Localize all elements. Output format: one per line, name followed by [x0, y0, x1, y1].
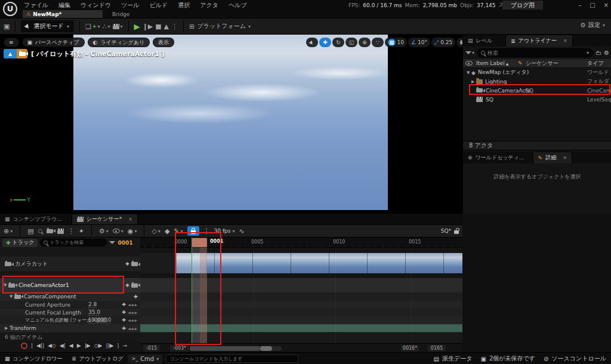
perspective-dropdown[interactable]: ▣パースペクティブ [22, 38, 85, 47]
step-forward-button[interactable]: |▶ [85, 343, 91, 348]
key-nav-icons[interactable]: ◀◆▶ [128, 318, 138, 322]
view-options-dropdown[interactable]: ▾ [113, 229, 124, 234]
save-sequence-dropdown[interactable]: ⊕▾ [4, 227, 13, 235]
col-type-label[interactable]: タイプ [587, 60, 604, 67]
close-button[interactable]: × [604, 2, 609, 8]
range-view-start[interactable]: -015 [143, 345, 160, 351]
close-icon[interactable]: × [563, 38, 567, 44]
menu-help[interactable]: ヘルプ [229, 1, 247, 10]
property-value[interactable]: 100000.0 [88, 317, 111, 323]
maximize-button[interactable]: □ [590, 2, 595, 8]
play-button[interactable]: ▶ [134, 22, 140, 31]
curve-editor-icon[interactable]: ∿ [239, 227, 244, 235]
sequence-breadcrumb[interactable]: SQ* [441, 228, 459, 234]
content-drawer-button[interactable]: ▦コンテンツドロワー [0, 353, 67, 364]
range-playback-start[interactable]: -003* [170, 345, 189, 351]
console-input[interactable] [169, 356, 295, 362]
create-camera-icon[interactable]: ▤ [27, 227, 33, 235]
expand-caret-icon[interactable]: ▼ [467, 70, 471, 75]
camera-icon[interactable] [131, 262, 138, 266]
add-actor-dropdown[interactable]: ❑+▾ [85, 23, 100, 30]
cinematics-dropdown[interactable]: ▾ [113, 24, 123, 29]
auto-key-icon[interactable]: ◆ [165, 227, 169, 235]
property-value[interactable]: 35.0 [88, 309, 100, 316]
track-camera-cuts[interactable]: カメラカット ✚ [0, 257, 140, 272]
blueprint-dropdown[interactable]: ∴▾ [102, 23, 110, 30]
platform-dropdown[interactable]: ⊞プラットフォーム▾ [189, 22, 251, 30]
select-tool-button[interactable] [306, 38, 318, 47]
menu-select[interactable]: 選択 [178, 1, 190, 10]
play-forward-button[interactable]: ▶ [77, 343, 81, 348]
menu-actor[interactable]: アクタ [200, 1, 218, 10]
output-log-button[interactable]: ≣アウトプットログ [67, 353, 128, 364]
add-track-button[interactable]: ✚トラック [2, 239, 38, 247]
console-input-box[interactable] [166, 354, 298, 363]
outliner-search-box[interactable]: ▾ [477, 48, 593, 57]
add-key-icon[interactable]: ✚ [122, 326, 126, 331]
tab-details[interactable]: ✎詳細× [533, 152, 572, 164]
scale-snap-toggle[interactable]: ⤢0.25 [431, 38, 455, 47]
add-key-icon[interactable]: ✚ [122, 310, 126, 315]
expand-caret-icon[interactable]: ▼ [10, 294, 14, 299]
range-playback-end[interactable]: 0016* [401, 345, 419, 351]
stop-button[interactable]: ■ [155, 23, 161, 30]
source-control-button[interactable]: ⊘ソースコントロール [544, 354, 606, 363]
current-frame-field[interactable]: 0001 [118, 240, 132, 246]
play-options-icon[interactable]: ⋮ [171, 23, 178, 30]
track-filter-icon[interactable] [109, 241, 115, 244]
track-search-input[interactable] [50, 240, 103, 245]
step-back-button[interactable]: ◀| [60, 343, 66, 348]
loop-mode-button[interactable]: → [123, 343, 128, 348]
key-nav-icons[interactable]: ◀◆▶ [128, 326, 138, 331]
previous-frame-button[interactable]: ◀|| [36, 343, 44, 348]
track-cameracomponent[interactable]: ▼ CameraComponent ✚ [0, 292, 140, 301]
next-frame-button[interactable]: ||▶ [106, 343, 113, 348]
jump-to-start-button[interactable]: | [31, 343, 33, 348]
save-icon[interactable]: ▣ [4, 23, 10, 30]
cmd-dropdown[interactable]: >_Cmd▾ [128, 354, 162, 363]
viewport[interactable]: ≡ ▣パースペクティブ ◐ライティングあり 表示 ▲ [ パイロット有効 - C… [0, 35, 462, 214]
derived-data-button[interactable]: ▤派生データ [434, 354, 473, 363]
scrollbar-handle[interactable] [260, 346, 272, 351]
tab-content-browser[interactable]: ▦コンテンツブラウ... [0, 214, 67, 224]
new-folder-icon[interactable]: 🗀 [595, 50, 601, 56]
scrollbar-thumb[interactable] [190, 346, 260, 351]
viewport-menu-button[interactable]: ≡ [4, 38, 19, 47]
close-icon[interactable]: × [128, 217, 132, 222]
grid-snap-toggle[interactable]: ▦10 [385, 38, 407, 47]
filter-dropdown[interactable]: ▾ [465, 50, 474, 55]
property-value[interactable]: 2.8 [88, 301, 97, 308]
jump-to-end-button[interactable]: | [117, 343, 119, 348]
render-movie-icon[interactable] [57, 229, 64, 234]
close-icon[interactable]: × [563, 155, 567, 161]
expand-caret-icon[interactable]: ▶ [5, 326, 10, 331]
options-dots-icon[interactable]: ⋮ [68, 227, 75, 235]
add-key-icon[interactable]: ✚ [122, 302, 126, 307]
surface-snap-button[interactable]: ∵ [372, 38, 384, 47]
view-mode-dropdown[interactable]: ◐ライティングあり [88, 38, 150, 47]
menu-window[interactable]: ウィンドウ [81, 1, 111, 10]
settings-dropdown[interactable]: ⚙ 設定 ▾ [580, 21, 605, 29]
show-dropdown[interactable]: 表示 [153, 38, 174, 47]
outliner-row-newmap[interactable]: ▼ ◆ NewMap (エディタ) ワールド [463, 68, 611, 77]
track-current-aperture[interactable]: Current Aperture 2.8 ✚◀◆▶ [0, 301, 140, 309]
actions-dropdown[interactable]: ⚙▾ [99, 227, 109, 235]
keyframe-options-dropdown[interactable]: ◇▾ [152, 227, 160, 235]
tab-world-settings[interactable]: ⊕ワールドセッティ... [463, 152, 529, 164]
menu-file[interactable]: ファイル [24, 1, 48, 10]
range-view-end[interactable]: 0165 [428, 345, 446, 351]
key-nav-icons[interactable]: ◀◆▶ [128, 310, 138, 314]
move-tool-button[interactable]: ✚ [319, 38, 331, 47]
expand-caret-icon[interactable]: ▶ [471, 79, 476, 84]
blog-button[interactable]: ブログ用 [502, 1, 543, 10]
rotation-snap-toggle[interactable]: ∠10° [408, 38, 430, 47]
outliner-search-input[interactable] [487, 50, 584, 56]
stop-piloting-button[interactable]: ▲ [4, 49, 17, 58]
track-transform[interactable]: ▶ Transform ✚◀◆▶ [0, 324, 140, 332]
tab-sequencer[interactable]: シーケンサー*× [72, 214, 138, 224]
menu-tools[interactable]: ツール [121, 1, 139, 10]
tab-levels[interactable]: ▤レベル [463, 35, 497, 47]
menu-edit[interactable]: 編集 [58, 1, 70, 10]
add-key-icon[interactable]: ✚ [122, 317, 126, 323]
col-item-label[interactable]: Item Label [476, 60, 505, 66]
